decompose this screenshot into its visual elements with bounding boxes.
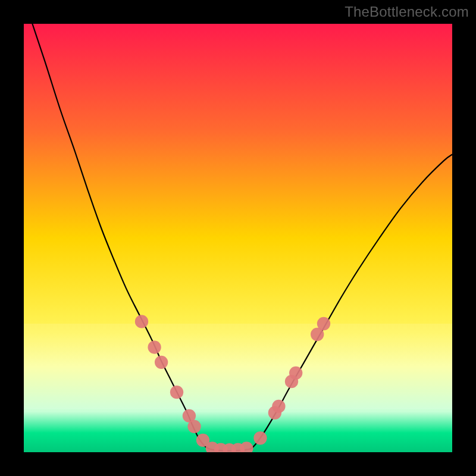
marker-point (170, 386, 183, 399)
bottleneck-chart (24, 24, 452, 452)
marker-point (148, 340, 161, 353)
marker-point (317, 317, 330, 330)
marker-point (155, 356, 168, 369)
marker-point (187, 420, 201, 433)
marker-point (272, 400, 285, 413)
marker-point (135, 315, 148, 328)
chart-svg (24, 24, 452, 452)
watermark-text: TheBottleneck.com (345, 4, 469, 20)
marker-point (253, 431, 267, 444)
marker-point (289, 367, 302, 380)
gloss-band (24, 324, 452, 409)
